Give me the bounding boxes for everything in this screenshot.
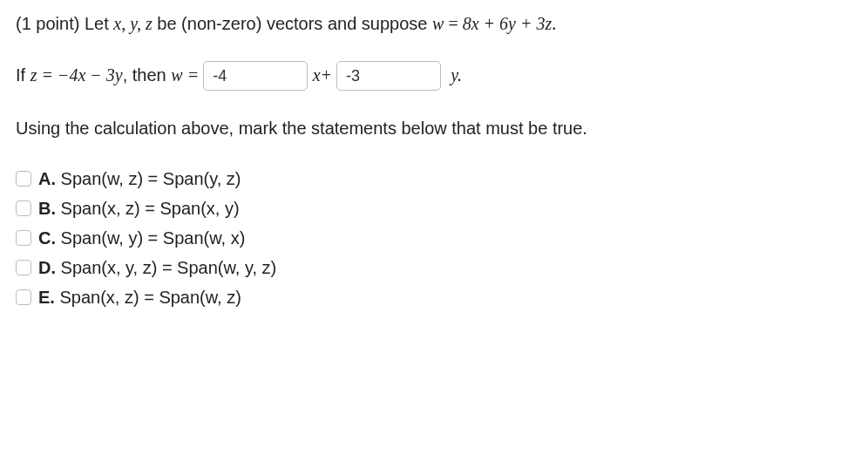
options-group: A. Span(w, z) = Span(y, z) B. Span(x, z)… bbox=[16, 166, 852, 310]
eq-rhs: 8x + 6y + 3z bbox=[463, 14, 553, 33]
option-text-b: Span(x, z) = Span(x, y) bbox=[56, 199, 240, 218]
option-label-b: B. Span(x, z) = Span(x, y) bbox=[38, 195, 240, 221]
eq-eq: = bbox=[444, 14, 462, 33]
option-text-c: Span(w, y) = Span(w, x) bbox=[56, 228, 245, 248]
problem-statement: (1 point) Let x, y, z be (non-zero) vect… bbox=[16, 10, 852, 37]
eq-lhs: w bbox=[432, 14, 444, 33]
option-row-d: D. Span(x, y, z) = Span(w, y, z) bbox=[16, 255, 852, 281]
option-letter-b: B. bbox=[38, 199, 56, 218]
option-checkbox-e[interactable] bbox=[16, 289, 31, 305]
instruction-text: Using the calculation above, mark the st… bbox=[16, 115, 852, 141]
then-text: , then bbox=[123, 65, 172, 85]
option-checkbox-a[interactable] bbox=[16, 171, 31, 187]
prompt-mid1: be (non-zero) vectors and suppose bbox=[153, 14, 432, 33]
coefficient-x-input[interactable] bbox=[203, 61, 308, 91]
option-row-e: E. Span(x, z) = Span(w, z) bbox=[16, 284, 852, 310]
option-label-a: A. Span(w, z) = Span(y, z) bbox=[38, 166, 241, 192]
option-label-c: C. Span(w, y) = Span(w, x) bbox=[38, 225, 245, 251]
option-letter-a: A. bbox=[38, 169, 56, 188]
x-plus: x+ bbox=[313, 65, 336, 85]
option-checkbox-b[interactable] bbox=[16, 200, 31, 216]
option-letter-d: D. bbox=[38, 258, 56, 277]
option-text-d: Span(x, y, z) = Span(w, y, z) bbox=[56, 258, 276, 277]
option-checkbox-c[interactable] bbox=[16, 230, 31, 246]
w-equals: w = bbox=[171, 65, 203, 85]
option-text-e: Span(x, z) = Span(w, z) bbox=[55, 288, 241, 307]
option-label-e: E. Span(x, z) = Span(w, z) bbox=[38, 284, 241, 310]
vars-xyz: x, y, z bbox=[113, 14, 152, 33]
if-text: If bbox=[16, 65, 31, 85]
option-row-a: A. Span(w, z) = Span(y, z) bbox=[16, 166, 852, 192]
prompt-prefix: (1 point) Let bbox=[16, 14, 113, 33]
coefficient-y-input[interactable] bbox=[336, 61, 441, 91]
y-dot: y. bbox=[451, 65, 462, 85]
option-checkbox-d[interactable] bbox=[16, 260, 31, 275]
eq-dot: . bbox=[552, 14, 556, 33]
option-letter-c: C. bbox=[38, 228, 56, 248]
option-label-d: D. Span(x, y, z) = Span(w, y, z) bbox=[38, 255, 276, 281]
option-letter-e: E. bbox=[38, 288, 55, 307]
option-text-a: Span(w, z) = Span(y, z) bbox=[56, 169, 241, 188]
substitution-line: If z = −4x − 3y, then w = x+ y. bbox=[16, 61, 852, 91]
option-row-c: C. Span(w, y) = Span(w, x) bbox=[16, 225, 852, 251]
z-equation: z = −4x − 3y bbox=[31, 65, 123, 85]
option-row-b: B. Span(x, z) = Span(x, y) bbox=[16, 195, 852, 221]
